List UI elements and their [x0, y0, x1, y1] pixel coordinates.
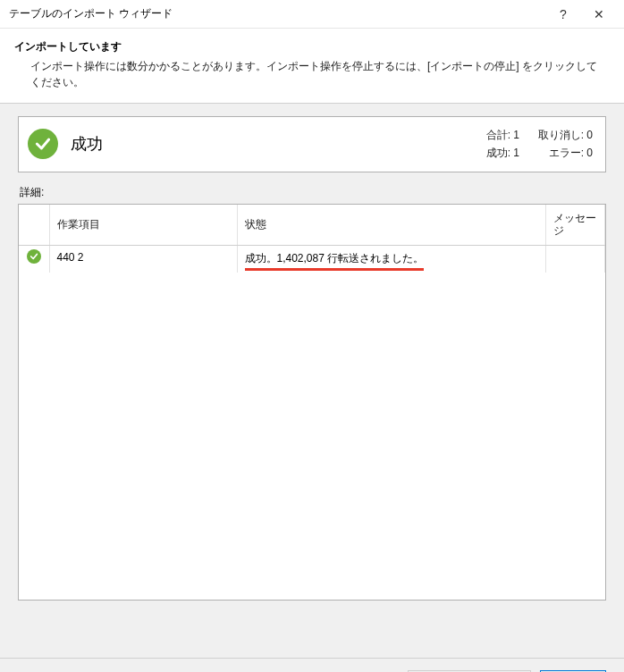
footer: インポートの停止(S) 閉じる [0, 658, 624, 672]
cancelled-value: 0 [586, 129, 593, 141]
col-state[interactable]: 状態 [237, 205, 546, 245]
titlebar: テーブルのインポート ウィザード ? ✕ [0, 0, 624, 29]
col-message[interactable]: メッセージ [546, 205, 605, 245]
error-value: 0 [586, 147, 593, 159]
total-value: 1 [513, 129, 519, 141]
error-label: エラー: [549, 147, 584, 159]
window-title: テーブルのインポート ウィザード [9, 6, 545, 21]
status-panel: 成功 合計: 1 取り消し: 0 成功: 1 エラー: 0 [18, 116, 606, 172]
row-state: 成功。1,402,087 行転送されました。 [245, 251, 425, 271]
header-description: インポート操作には数分かかることがあります。インポート操作を停止するには、[イン… [14, 58, 606, 90]
table-row: 440 2 成功。1,402,087 行転送されました。 [19, 245, 605, 273]
success-value: 1 [513, 147, 519, 159]
body-section: 成功 合計: 1 取り消し: 0 成功: 1 エラー: 0 詳細: 作業項目 状… [0, 104, 624, 658]
col-icon[interactable] [19, 205, 49, 245]
total-label: 合計: [486, 129, 510, 141]
close-window-button[interactable]: ✕ [581, 7, 617, 21]
col-task[interactable]: 作業項目 [49, 205, 237, 245]
status-label: 成功 [71, 133, 462, 155]
success-label: 成功: [486, 147, 510, 159]
cancelled-label: 取り消し: [538, 129, 584, 141]
help-button[interactable]: ? [545, 7, 581, 21]
table-header-row: 作業項目 状態 メッセージ [19, 205, 605, 245]
details-label: 詳細: [20, 185, 606, 200]
header-title: インポートしています [14, 39, 606, 55]
success-check-icon [28, 129, 58, 159]
row-message [546, 245, 605, 273]
row-task: 440 2 [49, 245, 237, 273]
row-status-icon-cell [19, 245, 49, 273]
header-section: インポートしています インポート操作には数分かかることがあります。インポート操作… [0, 29, 624, 104]
row-state-cell: 成功。1,402,087 行転送されました。 [237, 245, 546, 273]
details-grid: 作業項目 状態 メッセージ 440 2 成功。1,402,087 行転送されまし… [18, 204, 606, 601]
success-check-icon [27, 249, 41, 264]
status-counts: 合計: 1 取り消し: 0 成功: 1 エラー: 0 [462, 126, 593, 163]
